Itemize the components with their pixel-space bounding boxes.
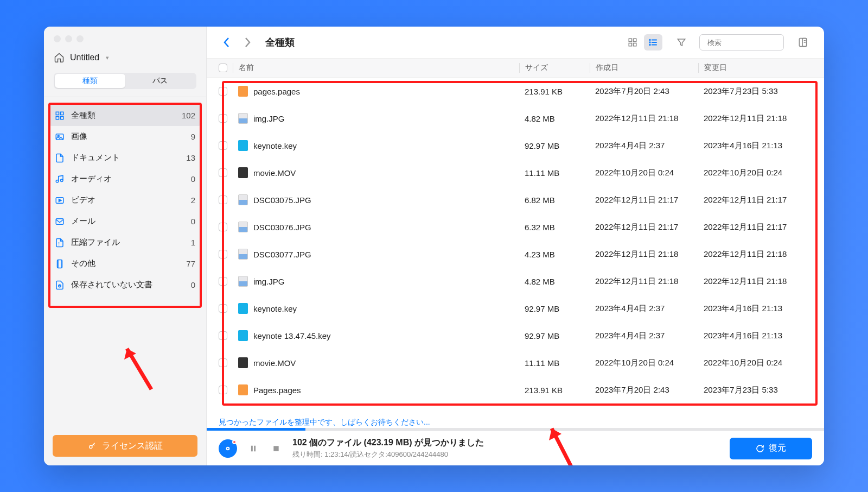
- minimize-window[interactable]: [65, 35, 72, 42]
- stop-button[interactable]: [270, 442, 283, 455]
- file-name: movie.MOV: [253, 358, 296, 368]
- segment-path[interactable]: パス: [125, 74, 196, 88]
- row-checkbox[interactable]: [219, 168, 227, 177]
- row-checkbox[interactable]: [219, 386, 227, 394]
- category-count: 9: [191, 132, 195, 141]
- table-row[interactable]: movie.MOV11.11 MB2022年10月20日 0:242022年10…: [207, 159, 824, 186]
- file-size: 4.82 MB: [519, 277, 590, 286]
- scan-status-icon[interactable]: [219, 439, 237, 458]
- category-mail[interactable]: メール0: [48, 211, 202, 232]
- row-checkbox[interactable]: [219, 331, 227, 340]
- row-checkbox[interactable]: [219, 358, 227, 367]
- column-size[interactable]: サイズ: [519, 63, 590, 73]
- pause-button[interactable]: [247, 442, 260, 455]
- search-box[interactable]: [699, 34, 784, 51]
- segment-type[interactable]: 種類: [55, 74, 125, 88]
- chevron-down-icon: ▾: [106, 54, 109, 61]
- file-icon: [238, 140, 248, 151]
- breadcrumb[interactable]: Untitled ▾: [44, 49, 206, 73]
- app-window: Untitled ▾ 種類 パス 全種類102画像9ドキュメント13オーディオ0…: [44, 27, 824, 465]
- file-icon: [238, 276, 248, 287]
- license-label: ライセンス認証: [102, 440, 163, 452]
- view-list[interactable]: [644, 34, 662, 51]
- row-checkbox[interactable]: [219, 141, 227, 150]
- category-zip[interactable]: 圧縮ファイル1: [48, 232, 202, 253]
- svg-rect-9: [56, 218, 63, 224]
- view-grid[interactable]: [623, 34, 642, 51]
- file-name: DSC03076.JPG: [253, 223, 311, 232]
- filter-button[interactable]: [672, 34, 691, 51]
- close-window[interactable]: [54, 35, 61, 42]
- recover-button[interactable]: 復元: [730, 438, 812, 459]
- file-modified: 2022年12月11日 21:17: [698, 222, 807, 232]
- svg-rect-31: [254, 445, 256, 451]
- table-row[interactable]: img.JPG4.82 MB2022年12月11日 21:182022年12月1…: [207, 268, 824, 295]
- file-modified: 2022年12月11日 21:18: [698, 113, 807, 124]
- table-row[interactable]: DSC03077.JPG4.23 MB2022年12月11日 21:182022…: [207, 241, 824, 268]
- svg-rect-3: [61, 116, 63, 119]
- file-name: keynote 13.47.45.key: [253, 331, 331, 340]
- view-toggle: [623, 34, 662, 51]
- doc-icon: [55, 153, 65, 163]
- row-checkbox[interactable]: [219, 277, 227, 286]
- table-header: 名前 サイズ 作成日 変更日: [207, 58, 824, 78]
- table-row[interactable]: keynote.key92.97 MB2023年4月4日 2:372023年4月…: [207, 295, 824, 322]
- table-row[interactable]: keynote 13.47.45.key92.97 MB2023年4月4日 2:…: [207, 322, 824, 349]
- license-button[interactable]: ライセンス認証: [53, 435, 197, 457]
- column-modified[interactable]: 変更日: [698, 63, 807, 73]
- svg-rect-13: [634, 39, 636, 41]
- category-audio[interactable]: オーディオ0: [48, 168, 202, 190]
- file-size: 4.82 MB: [519, 114, 590, 123]
- row-checkbox[interactable]: [219, 304, 227, 313]
- svg-rect-1: [61, 112, 63, 115]
- category-label: 全種類: [71, 110, 175, 121]
- file-table: pages.pages213.91 KB2023年7月20日 2:432023年…: [207, 78, 824, 414]
- audio-icon: [55, 174, 65, 184]
- nav-forward[interactable]: [239, 34, 256, 51]
- table-row[interactable]: img.JPG4.82 MB2022年12月11日 21:182022年12月1…: [207, 105, 824, 132]
- search-input[interactable]: [707, 39, 799, 47]
- table-row[interactable]: DSC03076.JPG6.32 MB2022年12月11日 21:172022…: [207, 213, 824, 241]
- table-row[interactable]: Pages.pages213.91 KB2023年7月20日 2:432023年…: [207, 376, 824, 403]
- file-icon: [238, 86, 248, 97]
- key-icon: [88, 441, 97, 450]
- column-created[interactable]: 作成日: [590, 63, 698, 73]
- row-checkbox[interactable]: [219, 114, 227, 123]
- category-label: 画像: [71, 131, 184, 142]
- file-created: 2022年12月11日 21:18: [590, 113, 698, 124]
- file-name: img.JPG: [253, 277, 285, 286]
- file-created: 2022年12月11日 21:18: [590, 249, 698, 260]
- file-icon: [238, 303, 248, 314]
- home-icon: [54, 52, 65, 63]
- row-checkbox[interactable]: [219, 223, 227, 231]
- category-unsaved[interactable]: 保存されていない文書0: [48, 274, 202, 295]
- row-checkbox[interactable]: [219, 87, 227, 96]
- row-checkbox[interactable]: [219, 195, 227, 204]
- maximize-window[interactable]: [76, 35, 84, 42]
- category-video[interactable]: ビデオ2: [48, 190, 202, 211]
- found-text: 102 個のファイル (423.19 MB) が見つかりました: [292, 437, 484, 449]
- file-created: 2023年4月4日 2:37: [590, 331, 698, 341]
- file-icon: [238, 194, 248, 205]
- table-row[interactable]: pages.pages213.91 KB2023年7月20日 2:432023年…: [207, 78, 824, 105]
- table-row[interactable]: keynote.key92.97 MB2023年4月4日 2:372023年4月…: [207, 132, 824, 159]
- file-modified: 2023年4月16日 21:13: [698, 141, 807, 151]
- table-row[interactable]: movie.MOV11.11 MB2022年10月20日 0:242022年10…: [207, 349, 824, 376]
- file-name: movie.MOV: [253, 168, 296, 178]
- category-count: 13: [186, 153, 195, 162]
- status-text: 見つかったファイルを整理中です、しばらくお待ちください...: [219, 418, 430, 427]
- nav-back[interactable]: [219, 34, 235, 51]
- preview-button[interactable]: [794, 34, 812, 51]
- category-image[interactable]: 画像9: [48, 126, 202, 147]
- select-all-checkbox[interactable]: [219, 64, 227, 72]
- table-row[interactable]: DSC03075.JPG6.82 MB2022年12月11日 21:172022…: [207, 186, 824, 213]
- category-doc[interactable]: ドキュメント13: [48, 147, 202, 168]
- category-count: 0: [191, 217, 195, 226]
- category-grid[interactable]: 全種類102: [48, 105, 202, 126]
- file-name: pages.pages: [253, 87, 300, 96]
- column-name[interactable]: 名前: [233, 63, 519, 73]
- page-title: 全種類: [265, 36, 295, 49]
- category-other[interactable]: その他77: [48, 253, 202, 274]
- row-checkbox[interactable]: [219, 250, 227, 258]
- file-modified: 2023年7月23日 5:33: [698, 86, 807, 97]
